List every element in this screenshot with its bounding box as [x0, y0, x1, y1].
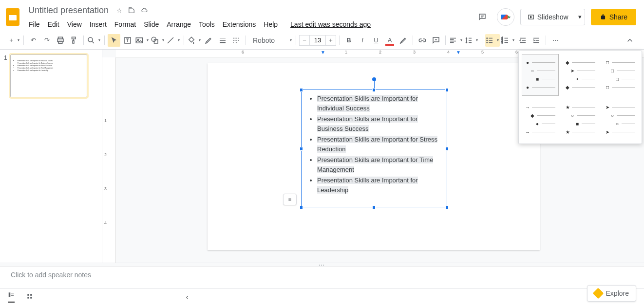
- resize-handle[interactable]: [445, 206, 449, 210]
- text-color-button[interactable]: A: [383, 34, 396, 47]
- menu-file[interactable]: File: [25, 18, 43, 30]
- border-color-button[interactable]: [203, 34, 215, 47]
- slideshow-dropdown[interactable]: ▾: [575, 9, 585, 25]
- notes-separator[interactable]: [0, 263, 644, 267]
- line-tool[interactable]: [166, 34, 181, 47]
- footer: ‹ Explore: [0, 288, 644, 305]
- slide-canvas[interactable]: Presentation Skills are Important for In…: [208, 63, 540, 250]
- font-family-select[interactable]: Roboto: [249, 34, 293, 47]
- cloud-icon[interactable]: [141, 7, 148, 15]
- link-button[interactable]: [416, 34, 429, 47]
- bullet-option-diamond[interactable]: ◆ ➤ • ◆: [562, 54, 599, 96]
- svg-text:3: 3: [502, 41, 503, 44]
- thumbnail-preview: Presentation Skills are Important for In…: [14, 60, 84, 72]
- svg-rect-18: [11, 295, 14, 296]
- fill-color-button[interactable]: [187, 34, 202, 47]
- collapse-panel-icon[interactable]: ‹: [186, 293, 188, 301]
- indent-increase-button[interactable]: [530, 34, 543, 47]
- speaker-notes[interactable]: Click to add speaker notes: [0, 267, 644, 288]
- more-tools-button[interactable]: ⋯: [549, 34, 562, 47]
- bullet-option-arrow[interactable]: → ◆ ● →: [522, 99, 559, 141]
- bold-button[interactable]: B: [342, 34, 355, 47]
- menu-view[interactable]: View: [64, 18, 85, 30]
- line-spacing-button[interactable]: [464, 34, 479, 47]
- resize-handle[interactable]: [445, 88, 449, 92]
- slide-panel: 1 Presentation Skills are Important for …: [0, 50, 102, 263]
- resize-handle[interactable]: [300, 88, 303, 92]
- resize-handle[interactable]: [372, 88, 376, 92]
- align-button[interactable]: [449, 34, 463, 47]
- comments-icon[interactable]: [474, 8, 491, 26]
- menu-slide[interactable]: Slide: [140, 18, 162, 30]
- autofit-widget[interactable]: ≡: [283, 194, 297, 205]
- bullet-option-disc[interactable]: ● ○ ■ ●: [522, 54, 559, 96]
- resize-handle[interactable]: [445, 147, 449, 151]
- resize-handle[interactable]: [372, 206, 376, 210]
- star-icon[interactable]: ☆: [116, 7, 122, 15]
- slideshow-button[interactable]: Slideshow: [520, 9, 575, 25]
- move-icon[interactable]: [128, 7, 135, 15]
- svg-rect-21: [27, 297, 29, 299]
- header: Untitled presentation ☆ File Edit View I…: [0, 0, 644, 31]
- explore-icon: [592, 288, 604, 299]
- select-tool[interactable]: [108, 34, 120, 47]
- menu-help[interactable]: Help: [260, 18, 281, 30]
- undo-button[interactable]: ↶: [27, 34, 39, 47]
- slide-number: 1: [4, 54, 7, 97]
- explore-button[interactable]: Explore: [587, 285, 636, 302]
- menu-format[interactable]: Format: [111, 18, 139, 30]
- font-size-control: − +: [299, 35, 336, 46]
- zoom-button[interactable]: [87, 34, 101, 47]
- italic-button[interactable]: I: [356, 34, 369, 47]
- border-weight-button[interactable]: [216, 34, 229, 47]
- rotate-handle[interactable]: [372, 77, 376, 81]
- font-size-decrease[interactable]: −: [299, 35, 310, 46]
- resize-handle[interactable]: [300, 206, 303, 210]
- highlight-button[interactable]: [397, 34, 410, 47]
- svg-rect-19: [27, 294, 29, 296]
- bullet-option-star[interactable]: ★ ○ ■ ★: [562, 99, 599, 141]
- bullet-style-popup: ● ○ ■ ● ◆ ➤ • ◆ □ □ □ □ → ◆ ● → ★ ○ ■ ★ …: [518, 51, 642, 144]
- svg-point-12: [487, 42, 488, 43]
- shape-tool[interactable]: [151, 34, 165, 47]
- textbox-tool[interactable]: [121, 34, 134, 47]
- menu-extensions[interactable]: Extensions: [219, 18, 259, 30]
- underline-button[interactable]: U: [370, 34, 382, 47]
- image-tool[interactable]: [135, 34, 150, 47]
- bullet-list[interactable]: Presentation Skills are Important for In…: [302, 90, 447, 200]
- slides-logo[interactable]: [4, 8, 21, 26]
- menu-arrange[interactable]: Arrange: [163, 18, 194, 30]
- document-title[interactable]: Untitled presentation: [25, 4, 112, 17]
- svg-rect-22: [30, 297, 32, 299]
- bullet-option-triangle[interactable]: ➤ ○ ○ ➤: [602, 99, 639, 141]
- text-box[interactable]: Presentation Skills are Important for In…: [301, 90, 447, 208]
- font-size-increase[interactable]: +: [325, 35, 336, 46]
- svg-rect-20: [30, 294, 32, 296]
- border-dash-button[interactable]: [230, 34, 243, 47]
- meet-icon[interactable]: ▾: [497, 8, 514, 26]
- numbered-list-button[interactable]: 123: [501, 34, 515, 47]
- indent-decrease-button[interactable]: [516, 34, 529, 47]
- comment-button[interactable]: [430, 34, 442, 47]
- bullet-option-square[interactable]: □ □ □ □: [602, 54, 639, 96]
- print-button[interactable]: [54, 34, 67, 47]
- paint-format-button[interactable]: [68, 34, 80, 47]
- svg-point-11: [487, 40, 488, 41]
- resize-handle[interactable]: [300, 147, 303, 151]
- new-slide-button[interactable]: +: [8, 34, 20, 47]
- menu-bar: File Edit View Insert Format Slide Arran…: [25, 18, 474, 30]
- slide-thumbnail[interactable]: Presentation Skills are Important for In…: [10, 54, 87, 97]
- last-edit-link[interactable]: Last edit was seconds ago: [287, 18, 374, 30]
- collapse-toolbar-button[interactable]: [624, 34, 636, 47]
- svg-rect-17: [11, 294, 14, 294]
- menu-tools[interactable]: Tools: [195, 18, 218, 30]
- redo-button[interactable]: ↷: [40, 34, 53, 47]
- svg-rect-16: [9, 292, 11, 297]
- menu-edit[interactable]: Edit: [44, 18, 63, 30]
- filmstrip-view-icon[interactable]: [8, 291, 15, 303]
- grid-view-icon[interactable]: [26, 293, 33, 301]
- menu-insert[interactable]: Insert: [86, 18, 110, 30]
- bulleted-list-button[interactable]: [485, 34, 500, 47]
- share-button[interactable]: Share: [591, 9, 636, 25]
- font-size-input[interactable]: [310, 35, 325, 46]
